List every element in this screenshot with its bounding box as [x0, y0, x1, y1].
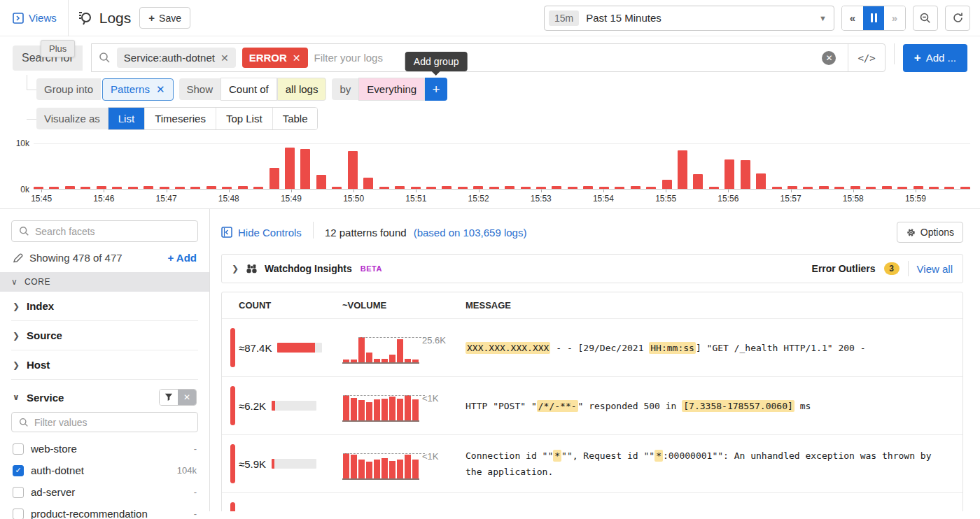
- chart-bar[interactable]: [646, 187, 656, 189]
- fast-forward-button[interactable]: »: [884, 6, 905, 30]
- chart-bar[interactable]: [426, 187, 436, 189]
- add-facet-link[interactable]: + Add: [167, 252, 197, 264]
- chart-bar[interactable]: [190, 187, 200, 189]
- chart-bar[interactable]: [772, 187, 782, 189]
- chart-bar[interactable]: [662, 180, 672, 189]
- chart-bar[interactable]: [882, 186, 892, 189]
- chart-bar[interactable]: [583, 186, 593, 189]
- column-message[interactable]: MESSAGE: [463, 300, 948, 311]
- chart-bar[interactable]: [536, 187, 546, 189]
- chart-bar[interactable]: [678, 150, 687, 189]
- all-logs-dropdown[interactable]: all logs: [277, 78, 327, 101]
- chart-bar[interactable]: [112, 187, 122, 189]
- sidebar-facet-source[interactable]: ❯Source: [11, 321, 198, 350]
- pattern-row[interactable]: ≈5.9K<1KConnection id ""*"", Request id …: [222, 435, 962, 493]
- facet-value-label[interactable]: product-recommendation: [31, 508, 148, 519]
- refresh-button[interactable]: [945, 6, 970, 31]
- chart-bar[interactable]: [552, 186, 561, 189]
- column-volume[interactable]: ~VOLUME: [342, 300, 463, 311]
- chart-bar[interactable]: [458, 187, 468, 189]
- chart-bar[interactable]: [505, 186, 514, 189]
- pattern-row[interactable]: ≈87.4K25.6KXXX.XXX.XXX.XXX - - [29/Dec/2…: [222, 319, 962, 377]
- save-button[interactable]: + Save: [139, 7, 190, 29]
- count-of-dropdown[interactable]: Count of: [220, 78, 277, 101]
- watchdog-insights-panel[interactable]: ❯ Watchdog Insights BETA Error Outliers …: [221, 254, 963, 283]
- chart-bar[interactable]: [128, 187, 138, 189]
- time-range-picker[interactable]: 15m Past 15 Minutes ▼: [544, 6, 834, 31]
- column-count[interactable]: COUNT: [239, 300, 342, 311]
- clear-filter-button[interactable]: ✕: [178, 390, 196, 405]
- chart-bar[interactable]: [866, 187, 876, 189]
- hide-controls-link[interactable]: Hide Controls: [221, 227, 302, 239]
- add-group-button[interactable]: + Add group: [425, 78, 447, 101]
- chart-bar[interactable]: [850, 186, 860, 189]
- chart-bar[interactable]: [49, 187, 59, 189]
- facet-value-label[interactable]: ad-server: [31, 486, 75, 498]
- everything-dropdown[interactable]: Everything: [358, 78, 425, 101]
- visualize-mode-table[interactable]: Table: [273, 108, 318, 129]
- chart-bar[interactable]: [568, 187, 578, 189]
- chart-bar[interactable]: [599, 187, 609, 189]
- checkbox-unchecked[interactable]: [13, 487, 24, 498]
- chart-bar[interactable]: [348, 151, 358, 189]
- chart-bar[interactable]: [238, 186, 248, 189]
- facet-value-label[interactable]: auth-dotnet: [31, 464, 84, 476]
- checkbox-unchecked[interactable]: [13, 509, 24, 519]
- chart-bar[interactable]: [473, 186, 483, 189]
- chart-bar[interactable]: [253, 187, 263, 189]
- zoom-out-button[interactable]: [913, 6, 938, 31]
- add-button[interactable]: + Add ...: [903, 44, 967, 72]
- filter-values-input[interactable]: Filter values: [11, 412, 198, 432]
- views-button[interactable]: Views Plus: [10, 8, 59, 28]
- chart-bar[interactable]: [395, 186, 405, 189]
- sidebar-facet-host[interactable]: ❯Host: [11, 350, 198, 380]
- chart-bar[interactable]: [615, 187, 624, 189]
- chart-bar[interactable]: [363, 178, 373, 189]
- checkbox-checked[interactable]: ✓: [13, 465, 24, 476]
- chart-bar[interactable]: [929, 187, 939, 189]
- chart-bar[interactable]: [693, 174, 703, 189]
- chart-bar[interactable]: [897, 187, 907, 189]
- chart-bar[interactable]: [756, 173, 766, 189]
- chart-bar[interactable]: [834, 187, 844, 189]
- chart-bar[interactable]: [442, 186, 451, 189]
- visualize-mode-top-list[interactable]: Top List: [216, 108, 273, 129]
- chart-bar[interactable]: [206, 186, 216, 189]
- search-input[interactable]: Service:auth-dotnet ✕ ERROR ✕ Filter you…: [91, 43, 886, 72]
- pause-button[interactable]: [863, 6, 884, 30]
- chart-bar[interactable]: [489, 187, 499, 189]
- search-facets-input[interactable]: Search facets: [11, 220, 198, 242]
- chart-bar[interactable]: [270, 168, 279, 189]
- checkbox-unchecked[interactable]: [13, 443, 24, 455]
- chart-bar[interactable]: [65, 186, 75, 189]
- chart-bar[interactable]: [741, 160, 750, 189]
- pattern-row[interactable]: ≈4K<1KError: Authentication failed; Data…: [222, 493, 962, 511]
- code-view-button[interactable]: </>: [848, 44, 884, 71]
- chart-bar[interactable]: [788, 186, 797, 189]
- chart-bar[interactable]: [819, 186, 829, 189]
- pattern-row[interactable]: ≈6.2K<1KHTTP "POST" "/*/-**-" responded …: [222, 377, 962, 435]
- chart-bar[interactable]: [944, 187, 954, 189]
- facet-service-header[interactable]: ∨ Service ✕: [11, 380, 198, 412]
- chart-bar[interactable]: [144, 186, 153, 189]
- chart-bar[interactable]: [521, 187, 531, 189]
- chart-bar[interactable]: [709, 187, 719, 189]
- chart-bar[interactable]: [631, 186, 640, 189]
- chart-bar[interactable]: [160, 187, 169, 189]
- clear-search-button[interactable]: ✕: [822, 51, 836, 65]
- chart-bar[interactable]: [803, 187, 813, 189]
- chart-bar[interactable]: [379, 187, 389, 189]
- chart-bar[interactable]: [285, 148, 295, 189]
- chart-bar[interactable]: [80, 187, 90, 189]
- chart-bar[interactable]: [411, 187, 421, 189]
- chart-bar[interactable]: [332, 187, 342, 189]
- core-section-header[interactable]: ∨ CORE: [0, 272, 209, 292]
- options-button[interactable]: Options: [897, 222, 963, 243]
- visualize-mode-list[interactable]: List: [108, 108, 145, 129]
- filter-funnel-button[interactable]: [160, 390, 178, 405]
- chart-bar[interactable]: [913, 186, 923, 189]
- rewind-button[interactable]: «: [842, 6, 863, 30]
- chart-bar[interactable]: [97, 186, 106, 189]
- chart-bar[interactable]: [34, 187, 43, 189]
- based-on-logs-link[interactable]: (based on 103,659 logs): [414, 227, 527, 239]
